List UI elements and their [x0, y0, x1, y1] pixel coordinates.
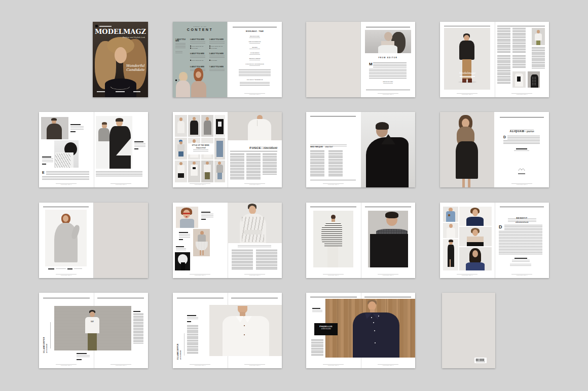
vertical-title-script: accumsan — [46, 321, 48, 353]
top-rule-right — [365, 207, 411, 207]
thumb-editorial-1[interactable]: E ModelMagz Issue 1 ModelMagz Issue 1 — [39, 112, 148, 187]
toc-item-sub: HEADLINES — [190, 48, 198, 49]
caption-seg — [56, 268, 66, 269]
portfolio-grid: MODELMAGZ Fashion and Stylish Look Wonde… — [0, 0, 588, 391]
toc-sidebar-text2 — [175, 51, 182, 54]
caption-seg — [48, 268, 54, 269]
dropcap: D — [503, 135, 506, 139]
page-footer: ModelMagz Issue 1 — [244, 274, 265, 277]
team-role: PHOTOGRAPHY & PRODUCTION — [228, 63, 282, 64]
olive-pants — [205, 172, 210, 179]
caption-title — [134, 141, 143, 142]
paragraph — [42, 176, 89, 181]
caption-lines — [77, 355, 90, 358]
toc-item: 2. ABOUT TITLE HERE — [190, 39, 206, 41]
toc-item-desc — [190, 56, 205, 59]
thumb-ullamcorper-b[interactable]: ULLAMCORPER accumsan ModelMagz Issue 1 M… — [173, 293, 282, 368]
divider — [230, 151, 277, 151]
thumb-benefit[interactable]: ModelMagz Issue 1 BENEFIT elementum D Mo… — [440, 203, 549, 278]
photo-ilu-tee: ILU// — [54, 306, 131, 350]
feature-line-2: Candidate — [126, 68, 144, 72]
caption-title — [176, 246, 184, 247]
blue-shirt — [446, 211, 455, 222]
body-text-col — [532, 47, 545, 68]
navy-shirt — [353, 312, 399, 358]
thumb-editor[interactable]: FROM EDITOR M EDITOR IN CHIEF ModelMagz … — [306, 22, 415, 97]
button — [244, 334, 245, 335]
leg — [200, 250, 201, 255]
vertical-title: ULLAMCORPER accumsan — [177, 332, 181, 360]
toc-item-sub: FULLPAGE STANDARD — [209, 46, 223, 47]
gutter — [495, 22, 495, 97]
thumb-aliquam[interactable]: ALIQUAM purus D ModelMagz Issue 1 — [440, 112, 549, 187]
body-text-col — [311, 339, 323, 357]
white-top — [177, 121, 185, 133]
face — [472, 250, 478, 257]
thumb-back-cover[interactable] — [442, 293, 495, 368]
white-shirt — [223, 316, 269, 356]
photo-white-shirt-top — [228, 112, 282, 140]
top-rule — [366, 27, 410, 27]
cover-tagline: Fashion and Stylish Look — [123, 36, 145, 38]
photo-red-glasses — [176, 207, 198, 228]
sweater — [370, 234, 408, 267]
jeans — [216, 141, 223, 157]
blazer — [204, 121, 211, 135]
page-footer: ModelMagz Issue 1 — [457, 274, 477, 277]
white-tee — [85, 317, 99, 333]
thumb-editorial-2[interactable]: ModelMagz Issue 1 ModelMagz Issue 1 — [173, 203, 282, 278]
photo-caption — [238, 245, 271, 248]
thumb-phasellus[interactable]: PHASELLUS sollicitudin ModelMagz Issue 1… — [306, 293, 415, 368]
thumb-cover[interactable]: MODELMAGZ Fashion and Stylish Look Wonde… — [93, 22, 148, 97]
vertical-line — [184, 333, 185, 356]
top-rule-left — [177, 298, 224, 298]
caption-price — [201, 219, 206, 220]
hoodie — [216, 165, 223, 173]
photo-abstract-bw — [175, 252, 190, 270]
editor-signature: EDITOR IN CHIEF — [361, 81, 415, 83]
photo-navy-shirt-wood — [325, 299, 415, 358]
byline — [514, 258, 527, 259]
fusce-title: FUSCE tincidunt — [233, 142, 277, 151]
paragraph — [503, 140, 540, 144]
thumb-ullamcorper-a[interactable]: ULLAMCORPER accumsan ILU// ModelMagz Iss… — [39, 293, 148, 368]
team-copyright: COPYRIGHT © MODELMAGZ — [228, 79, 282, 80]
team-role: CREATIVE DIRECTOR — [228, 41, 282, 42]
thumb-gray-dress[interactable]: ModelMagz Issue 1 — [39, 203, 148, 278]
leg — [202, 250, 204, 255]
head — [449, 224, 453, 228]
grid-cell — [175, 115, 187, 137]
thumb-back-views[interactable]: ModelMagz Issue 1 ModelMagz Issue 1 — [306, 203, 415, 278]
byline-role — [514, 150, 529, 151]
bottom-rule — [366, 90, 410, 90]
head — [206, 162, 209, 165]
body-text-col — [187, 325, 198, 355]
style-week-box: STYLE OF THE WEEK Imported — [188, 143, 213, 154]
thumb-contents[interactable]: MODEL MAGZ CONTENT 1. ABOUT TITLE HERE 2… — [173, 22, 282, 97]
body-text-col — [246, 153, 261, 180]
white-top — [447, 228, 455, 238]
toc-item-desc — [209, 42, 225, 45]
tee-print — [191, 165, 198, 176]
arm — [321, 226, 325, 243]
dark-split — [181, 262, 185, 270]
navy-top — [466, 217, 484, 226]
top-rule — [500, 207, 544, 207]
ornament-caption — [518, 173, 525, 174]
thumb-opening-article[interactable]: Modelmagz ModelMagz Issue 1 ModelMagz Is… — [440, 22, 549, 97]
grid-cell — [188, 161, 200, 182]
page-footer: ModelMagz Issue 1 — [244, 364, 265, 367]
phasellus-label-box: PHASELLUS sollicitudin — [314, 323, 338, 335]
thumb-style-week[interactable]: STYLE OF THE WEEK Imported ModelMagz Iss… — [173, 112, 282, 187]
red-lips — [186, 216, 188, 217]
top-rule — [233, 27, 277, 27]
face — [472, 229, 478, 236]
collar-line — [257, 120, 258, 126]
dropcap: M — [369, 62, 373, 66]
body-text-col — [512, 55, 526, 68]
thumb-sed-neque[interactable]: SED NEQUE auctor ModelMagz Issue 1 — [306, 112, 415, 187]
toc-item-sub: FULLPAGE STANDARD — [190, 60, 203, 61]
face — [63, 215, 68, 222]
bottom-rule — [310, 180, 356, 180]
page-footer: ModelMagz Issue 1 — [511, 93, 532, 96]
